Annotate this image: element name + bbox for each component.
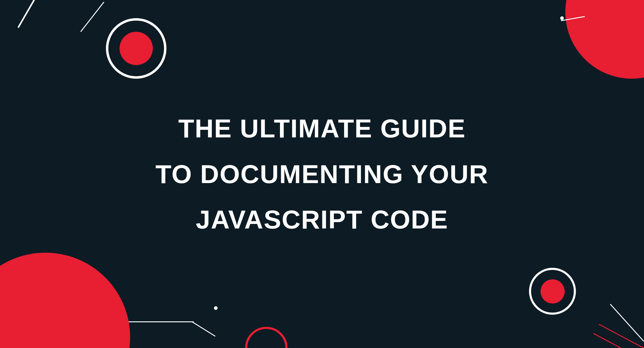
title-line-3: JAVASCRIPT CODE xyxy=(196,205,448,234)
title-container: THE ULTIMATE GUIDE TO DOCUMENTING YOUR J… xyxy=(0,0,644,348)
title-line-1: THE ULTIMATE GUIDE xyxy=(178,114,466,143)
main-title: THE ULTIMATE GUIDE TO DOCUMENTING YOUR J… xyxy=(101,106,543,242)
title-line-2: TO DOCUMENTING YOUR xyxy=(156,159,488,189)
